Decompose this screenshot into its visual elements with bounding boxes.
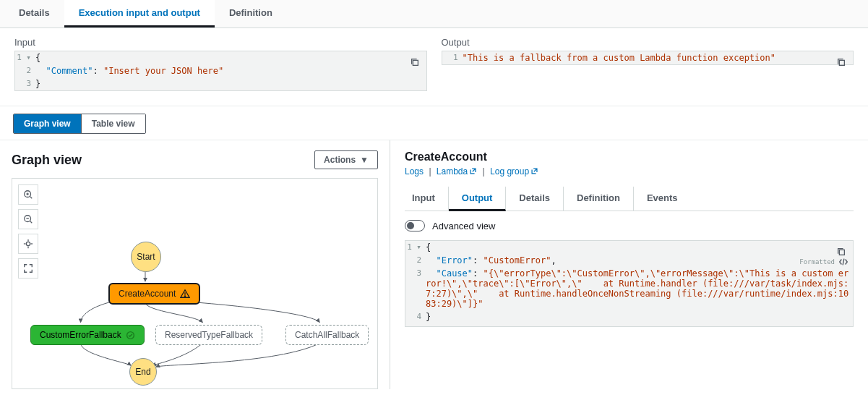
node-custom-error-fallback[interactable]: CustomErrorFallback	[30, 325, 145, 345]
advanced-view-row: Advanced view	[405, 220, 854, 231]
code-text: }	[426, 310, 431, 323]
line-number: 3	[405, 267, 426, 279]
external-link-icon	[530, 167, 538, 175]
output-code-box: 1"This is a fallback from a custom Lambd…	[442, 51, 854, 65]
line-number: 2	[405, 254, 426, 266]
expand-icon	[23, 263, 33, 273]
target-icon	[23, 239, 33, 249]
code-text: "Comment": "Insert your JSON here"	[35, 64, 223, 77]
code-text: {	[35, 51, 40, 64]
zoom-in-icon	[23, 190, 33, 200]
subtab-output[interactable]: Output	[449, 187, 507, 211]
view-toggle: Graph view Table view	[13, 114, 146, 134]
input-label: Input	[14, 37, 427, 48]
code-format-icon[interactable]	[838, 257, 848, 269]
check-circle-icon	[126, 331, 135, 340]
external-link-icon	[469, 167, 477, 175]
node-label: CustomErrorFallback	[40, 330, 121, 340]
chevron-down-icon: ▼	[360, 155, 369, 165]
warning-icon	[180, 289, 190, 299]
svg-point-9	[26, 242, 30, 245]
copy-icon	[410, 57, 420, 67]
main-tabs: Details Execution input and output Defin…	[0, 0, 868, 28]
line-number: 2	[15, 64, 35, 77]
tab-details[interactable]: Details	[4, 0, 64, 27]
advanced-view-label: Advanced view	[432, 221, 495, 231]
actions-label: Actions	[324, 155, 356, 165]
svg-rect-18	[839, 250, 844, 255]
advanced-view-toggle[interactable]	[405, 220, 425, 231]
svg-line-3	[30, 197, 33, 199]
link-logs[interactable]: Logs	[405, 166, 424, 177]
zoom-out-button[interactable]	[18, 209, 38, 229]
input-column: Input 1 ▾{ 2 "Comment": "Insert your JSO…	[14, 37, 427, 91]
code-text: "Cause": "{\"errorType\":\"CustomError\"…	[426, 267, 853, 310]
graph-pane: Graph view Actions ▼	[0, 140, 390, 389]
line-number: 1 ▾	[15, 51, 35, 64]
subtab-events[interactable]: Events	[634, 187, 691, 211]
formatted-label: Formatted	[799, 258, 835, 265]
line-number: 1 ▾	[405, 241, 426, 253]
svg-rect-1	[839, 60, 844, 65]
node-create-account[interactable]: CreateAccount	[108, 283, 200, 305]
detail-subtabs: Input Output Details Definition Events	[405, 187, 854, 211]
line-number: 4	[405, 310, 426, 323]
detail-links: Logs | Lambda | Log group	[405, 166, 854, 177]
node-label: Start	[137, 252, 155, 262]
detail-output-code: Formatted 1 ▾{ 2 "Error": "CustomError",…	[405, 240, 854, 327]
node-label: CreateAccount	[119, 289, 176, 299]
line-number: 1	[442, 51, 463, 64]
link-separator: |	[429, 166, 431, 177]
svg-point-16	[185, 296, 186, 297]
line-number: 3	[15, 77, 35, 90]
code-text: "This is a fallback from a custom Lambda…	[463, 51, 775, 64]
subtab-input[interactable]: Input	[405, 187, 449, 211]
code-text: {	[426, 241, 431, 254]
node-label: CatchAllFallback	[295, 330, 359, 340]
copy-icon	[836, 247, 846, 257]
graph-title: Graph view	[12, 153, 82, 168]
subtab-definition[interactable]: Definition	[564, 187, 634, 211]
output-label: Output	[442, 37, 854, 48]
zoom-out-icon	[23, 214, 33, 224]
svg-line-7	[30, 221, 33, 224]
link-loggroup[interactable]: Log group	[490, 166, 538, 177]
tab-definition[interactable]: Definition	[215, 0, 287, 27]
tab-execution-io[interactable]: Execution input and output	[64, 0, 215, 27]
node-start[interactable]: Start	[131, 242, 161, 272]
link-separator: |	[483, 166, 485, 177]
node-label: ReservedTypeFallback	[165, 330, 253, 340]
graph-view-button[interactable]: Graph view	[14, 114, 81, 133]
subtab-details[interactable]: Details	[506, 187, 564, 211]
output-column: Output 1"This is a fallback from a custo…	[442, 37, 854, 91]
input-code-box: 1 ▾{ 2 "Comment": "Insert your JSON here…	[14, 51, 427, 91]
link-lambda[interactable]: Lambda	[437, 166, 477, 177]
graph-canvas[interactable]: Start CreateAccount CustomErrorFallback …	[12, 178, 378, 389]
code-text: "Error": "CustomError",	[426, 254, 557, 267]
detail-pane: CreateAccount Logs | Lambda | Log group …	[390, 140, 868, 389]
center-button[interactable]	[18, 234, 38, 254]
copy-output-button[interactable]	[834, 56, 848, 70]
copy-icon	[836, 57, 846, 67]
code-text: }	[35, 77, 40, 90]
workspace: Graph view Actions ▼	[0, 140, 868, 389]
svg-rect-0	[413, 60, 418, 65]
io-panel: Input 1 ▾{ 2 "Comment": "Insert your JSO…	[0, 28, 868, 106]
fullscreen-button[interactable]	[18, 258, 38, 279]
table-view-button[interactable]: Table view	[81, 114, 145, 133]
node-reserved-type-fallback[interactable]: ReservedTypeFallback	[155, 325, 262, 345]
node-end[interactable]: End	[129, 358, 157, 386]
node-label: End	[135, 367, 150, 377]
actions-button[interactable]: Actions ▼	[314, 150, 378, 169]
node-catch-all-fallback[interactable]: CatchAllFallback	[285, 325, 369, 345]
detail-title: CreateAccount	[405, 150, 854, 163]
zoom-in-button[interactable]	[18, 184, 38, 205]
copy-input-button[interactable]	[408, 56, 422, 70]
